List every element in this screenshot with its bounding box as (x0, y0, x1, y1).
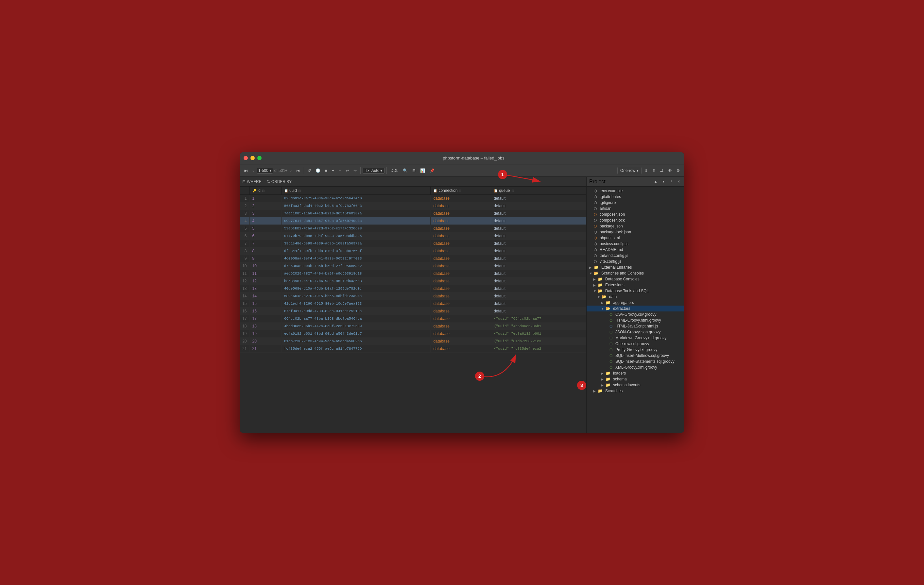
tree-item[interactable]: ⬡.env.example (587, 188, 684, 194)
table-row[interactable]: 20 20 81db7238-21e3-4e94-9deb-65dcd45602… (240, 338, 586, 345)
table-row[interactable]: 19 19 ecfa6182-b601-48bd-90bd-a50f43de91… (240, 330, 586, 338)
export-chart-button[interactable]: 📊 (419, 167, 427, 174)
tree-item[interactable]: ▼📂extractors (587, 306, 684, 311)
id-column-header[interactable]: 🔑 id ⊟ (249, 186, 281, 195)
close-button[interactable] (244, 156, 248, 160)
download-button[interactable]: ⬇ (643, 167, 649, 174)
remove-button[interactable]: − (337, 167, 343, 174)
tree-item[interactable]: ⬡SQL-Insert-Multirow.sql.groovy (587, 353, 684, 359)
folder-icon: 📁 (606, 371, 610, 376)
tree-item[interactable]: ▶📁Extensions (587, 282, 684, 288)
tree-item[interactable]: ⬡composer.json (587, 211, 684, 218)
range-selector[interactable]: 1-500 ▾ (257, 168, 273, 173)
tree-item[interactable]: ⬡JSON-Groovy.json.groovy (587, 329, 684, 335)
uuid-cell: 565faa3f-dad4-40c2-b0d5-cf9c783f6643 (281, 202, 431, 210)
undo-button[interactable]: ↩ (344, 167, 350, 174)
tx-selector[interactable]: Tx: Auto ▾ (363, 168, 384, 173)
tree-item[interactable]: ⬡vite.config.js (587, 259, 684, 264)
table-row[interactable]: 2 2 565faa3f-dad4-40c2-b0d5-cf9c783f6643… (240, 202, 586, 210)
tree-item[interactable]: ⬡Markdown-Groovy.md.groovy (587, 335, 684, 341)
table-row[interactable]: 12 12 be58a987-4410-47b6-98e4-85219d6a36… (240, 277, 586, 285)
tree-item[interactable]: ▼📂Database Tools and SQL (587, 288, 684, 294)
table-row[interactable]: 4 4 c9c77614-da81-4867-97ca-0fa65b74dc3a… (240, 218, 586, 225)
tree-item[interactable]: ⬡HTML-Groovy.html.groovy (587, 317, 684, 323)
table-row[interactable]: 1 1 825d691e-8a75-403a-98d4-afc0da6474c0… (240, 195, 586, 202)
minimize-button[interactable] (251, 156, 255, 160)
tree-item[interactable]: ⬡XML-Groovy.xml.groovy (587, 364, 684, 370)
panel-close-button[interactable]: ✕ (676, 179, 682, 185)
pin-button[interactable]: 📌 (428, 167, 436, 174)
tree-item[interactable]: ▶📁schema.layouts (587, 382, 684, 388)
where-filter-button[interactable]: ⊟ WHERE (242, 180, 262, 184)
tree-item[interactable]: ▶📁External Libraries (587, 264, 684, 270)
tree-item[interactable]: ⬡.gitattributes (587, 194, 684, 200)
add-button[interactable]: + (330, 167, 336, 174)
upload-button[interactable]: ⬆ (651, 167, 657, 174)
eye-button[interactable]: 👁 (667, 167, 673, 174)
table-row[interactable]: 11 11 aec62029-f827-4404-ba9f-e9c593918d… (240, 270, 586, 277)
redo-button[interactable]: ↪ (352, 167, 358, 174)
tree-item[interactable]: ⬡.gitignore (587, 200, 684, 206)
table-row[interactable]: 17 17 664cc02b-aa77-43ba-b168-dbc7ba546f… (240, 315, 586, 323)
tree-item[interactable]: ⬡package.json (587, 223, 684, 229)
table-row[interactable]: 18 18 4b5d86e5-86b1-442a-8c0f-2c5318e725… (240, 323, 586, 330)
tree-item[interactable]: ▶📁Database Consoles (587, 276, 684, 282)
connection-column-header[interactable]: 📋 connection ⊟ (431, 186, 491, 195)
tree-item[interactable]: ⬡README.md (587, 247, 684, 253)
table-row[interactable]: 5 5 53e5ebb2-4caa-472d-9762-e17a4c320608… (240, 225, 586, 232)
table-container[interactable]: 🔑 id ⊟ 📋 uuid ⊟ (240, 186, 586, 433)
chart-button[interactable]: ⊞ (411, 167, 417, 174)
panel-down-button[interactable]: ▼ (660, 179, 667, 185)
table-row[interactable]: 7 7 3951e48e-6e99-4e39-a685-1689fa56973a… (240, 240, 586, 247)
project-tree[interactable]: ⬡.env.example⬡.gitattributes⬡.gitignore⬡… (587, 186, 684, 433)
next-page-button[interactable]: › (289, 167, 293, 174)
tree-item[interactable]: ⬡artisan (587, 206, 684, 211)
table-row[interactable]: 3 3 7aec1085-11a8-441d-8218-d65f5f60382a… (240, 210, 586, 218)
stop-button[interactable]: ■ (323, 167, 329, 174)
tree-item[interactable]: ▶📁aggregators (587, 300, 684, 306)
tree-item[interactable]: ⬡package-lock.json (587, 229, 684, 235)
panel-up-button[interactable]: ▲ (652, 179, 659, 185)
table-row[interactable]: 13 13 40ce568e-d10a-45db-b0af-1299de782d… (240, 285, 586, 292)
tree-item[interactable]: ⬡composer.lock (587, 218, 684, 223)
table-row[interactable]: 14 14 589a664e-a270-4915-bb55-cdbfd123a9… (240, 292, 586, 300)
first-page-button[interactable]: ⏮ (242, 167, 249, 174)
one-row-selector[interactable]: One-row ▾ (617, 167, 642, 174)
tree-item[interactable]: ⬡phpunit.xml (587, 235, 684, 241)
table-row[interactable]: 10 10 d7c636ac-eeab-4c5b-b50d-27f895685a… (240, 262, 586, 270)
maximize-button[interactable] (257, 156, 262, 160)
tree-item[interactable]: ⬡SQL-Insert-Statements.sql.groovy (587, 359, 684, 364)
queue-col-icon: 📋 (494, 189, 498, 193)
ddl-button[interactable]: DDL (389, 167, 400, 174)
tree-item[interactable]: ▶📁Scratches (587, 388, 684, 394)
tree-item[interactable]: ▼📂data (587, 294, 684, 300)
prev-page-button[interactable]: ‹ (251, 167, 255, 174)
tree-item[interactable]: ▶📁loaders (587, 370, 684, 376)
table-row[interactable]: 8 8 dfc344f1-89fb-4dd8-870d-afd3cbc7663f… (240, 247, 586, 255)
table-row[interactable]: 16 16 87df0a17-e0dd-4733-82da-041ae12521… (240, 308, 586, 315)
queue-column-header[interactable]: 📋 queue ⊟ (491, 186, 586, 195)
table-row[interactable]: 15 15 41d1ecf4-3260-4915-80eb-10d6e7aea3… (240, 300, 586, 308)
tree-item[interactable]: ▼📂Scratches and Consoles (587, 270, 684, 276)
tree-item[interactable]: ⬡HTML-JavaScript.html.js (587, 323, 684, 329)
search-button[interactable]: 🔍 (401, 167, 409, 174)
tree-item[interactable]: ▶📁schema (587, 376, 684, 382)
compare-button[interactable]: ⇄ (658, 167, 665, 174)
tree-item[interactable]: ⬡One-row.sql.groovy (587, 341, 684, 347)
id-cell: 2 (249, 202, 281, 210)
panel-menu-button[interactable]: ⋮ (668, 179, 675, 185)
history-button[interactable]: 🕐 (314, 167, 322, 174)
title-bar: phpstorm-database – failed_jobs (240, 152, 684, 165)
table-row[interactable]: 9 9 4c0008aa-9ef4-4b41-9a3e-06532c9ff033… (240, 255, 586, 262)
table-row[interactable]: 6 6 c477eb79-db85-4d4f-9e83-7a55b8ddb3b5… (240, 232, 586, 240)
refresh-button[interactable]: ↺ (306, 167, 313, 174)
settings-button[interactable]: ⚙ (675, 167, 682, 174)
tree-item[interactable]: ⬡Pretty-Groovy.txt.groovy (587, 347, 684, 353)
table-row[interactable]: 21 21 fcf35de4-eca2-459f-ae9c-a814b78477… (240, 345, 586, 353)
order-by-button[interactable]: ⇅ ORDER BY (267, 180, 292, 184)
tree-item[interactable]: ⬡postcss.config.js (587, 241, 684, 247)
tree-item[interactable]: ⬡tailwind.config.js (587, 253, 684, 259)
uuid-column-header[interactable]: 📋 uuid ⊟ (281, 186, 431, 195)
last-page-button[interactable]: ⏭ (295, 167, 302, 174)
tree-item[interactable]: ⬡CSV-Groovy.csv.groovy (587, 311, 684, 317)
